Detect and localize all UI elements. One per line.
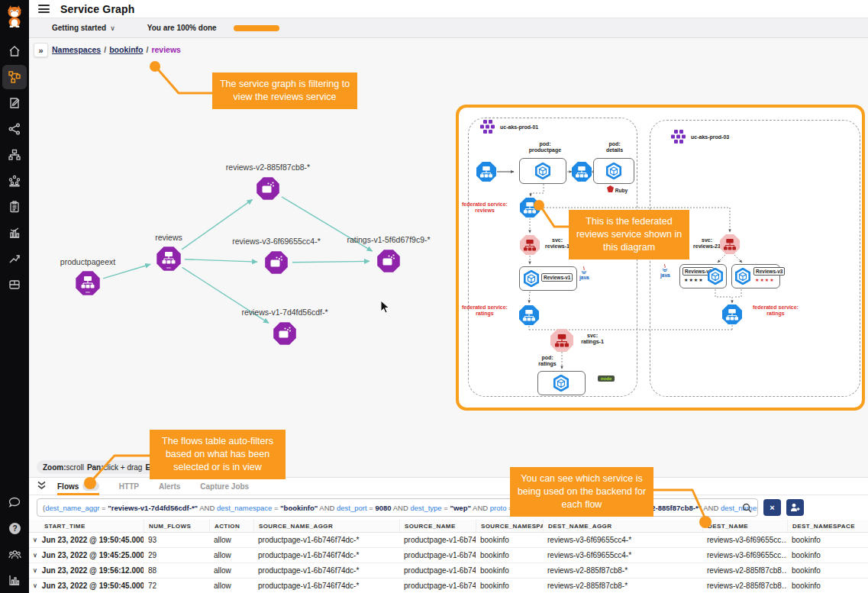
- policies-icon[interactable]: [2, 91, 27, 115]
- pod-icon: [605, 163, 622, 179]
- timeline-icon[interactable]: [2, 247, 27, 271]
- table-cell: allow: [209, 582, 253, 590]
- filter-row: (dest_name_aggr = "reviews-v1-7d4fd56cdf…: [29, 495, 868, 520]
- endpoints-icon[interactable]: [2, 143, 27, 167]
- pod-icon: [553, 375, 570, 392]
- page-title: Service Graph: [60, 3, 135, 15]
- title-bar: Service Graph: [29, 0, 868, 18]
- clear-filter-button[interactable]: ×: [763, 499, 781, 516]
- graph-node-label: reviews: [155, 233, 182, 242]
- federated-reviews-label: federated service:reviews: [460, 201, 509, 214]
- graph-node-reviews-v3[interactable]: [265, 251, 288, 274]
- table-cell: bookinfo: [476, 536, 543, 544]
- help-icon[interactable]: ?: [2, 516, 27, 540]
- graph-edge: [185, 259, 257, 262]
- tab-alerts[interactable]: Alerts: [159, 478, 180, 495]
- column-header-dest_name_aggr[interactable]: DEST_NAME_AGGR: [543, 520, 702, 532]
- graph-node-productpageext[interactable]: svc: [76, 271, 99, 295]
- metrics-icon[interactable]: [2, 568, 27, 592]
- table-cell: productpage-v1-6b746…: [399, 551, 476, 559]
- table-cell: productpage-v1-6b746…: [399, 536, 476, 544]
- table-cell: productpage-v1-6b746f74dc-*: [253, 582, 399, 590]
- collapse-panel-icon[interactable]: [37, 479, 47, 493]
- network-paths-icon[interactable]: [2, 117, 27, 141]
- table-cell: 29: [144, 551, 209, 559]
- activity-icon[interactable]: [2, 221, 27, 245]
- table-cell: bookinfo: [476, 566, 543, 575]
- column-header-source_name_aggr[interactable]: SOURCE_NAME_AGGR: [253, 520, 399, 532]
- chat-icon[interactable]: [2, 490, 27, 514]
- search-icon[interactable]: [742, 503, 752, 513]
- service-graph-canvas[interactable]: » Namespaces/bookinfo/reviews svcproduct…: [29, 38, 868, 477]
- cluster-icon: [480, 120, 497, 134]
- graph-edge: [103, 264, 150, 279]
- table-cell: productpage-v1-6b746f74dc-*: [253, 566, 399, 575]
- callout-backend-service: You can see which service is being used …: [510, 467, 653, 517]
- compliance-icon[interactable]: [2, 195, 27, 219]
- table-row[interactable]: ∨Jun 23, 2022 @ 19:56:12.00088allowprodu…: [29, 563, 868, 578]
- progress-text: You are 100% done: [147, 24, 217, 32]
- graph-node-reviews-v2[interactable]: [257, 177, 279, 200]
- home-icon[interactable]: [2, 39, 27, 63]
- table-cell: ∨Jun 23, 2022 @ 19:50:45.000: [29, 582, 144, 590]
- graph-node-reviews[interactable]: svc: [156, 247, 180, 270]
- chevron-down-icon[interactable]: ∨: [110, 24, 115, 32]
- svc-ratings-1-icon: [550, 329, 573, 352]
- table-cell: allow: [209, 536, 253, 544]
- table-cell: reviews-v3-6f69655cc4-*: [543, 536, 702, 544]
- pod-details-label: pod:details: [593, 141, 636, 154]
- table-row[interactable]: ∨Jun 23, 2022 @ 19:45:25.00029allowprodu…: [29, 548, 868, 563]
- pod-icon: [734, 268, 751, 285]
- manager-icon[interactable]: [2, 272, 27, 297]
- reviews-v3-tag: Reviews-v3: [753, 267, 785, 276]
- getting-started-label[interactable]: Getting started: [52, 24, 106, 32]
- row-expand-icon[interactable]: ∨: [33, 552, 37, 559]
- table-cell: bookinfo: [476, 582, 543, 590]
- tab-http[interactable]: HTTP: [119, 478, 139, 495]
- cluster-icon: [671, 130, 688, 144]
- tab-capture-jobs[interactable]: Capture Jobs: [200, 478, 249, 495]
- flows-panel: Flows20HTTPAlertsCapture Jobs (dest_name…: [29, 477, 868, 593]
- graph-node-reviews-v1[interactable]: [273, 322, 296, 345]
- getting-started-bar: Getting started ∨ You are 100% done: [29, 18, 868, 38]
- column-header-source_name[interactable]: SOURCE_NAME: [399, 520, 476, 532]
- table-cell: reviews-v2-885f87cb8…: [702, 582, 787, 590]
- cluster-name: uc-aks-prod-03: [691, 134, 729, 140]
- menu-icon[interactable]: [38, 5, 50, 13]
- column-header-action[interactable]: ACTION: [209, 520, 253, 532]
- user-filter-button[interactable]: [786, 499, 804, 516]
- pod-icon: [707, 268, 724, 285]
- graph-edge: [292, 261, 369, 262]
- svg-text:svc: svc: [86, 290, 90, 294]
- pod-icon: [523, 270, 540, 287]
- column-header-dest_namespace[interactable]: DEST_NAMESPACE: [787, 520, 868, 532]
- svc-reviews-1-icon: [520, 235, 540, 255]
- panel-tabbar: Flows20HTTPAlertsCapture Jobs: [29, 478, 868, 495]
- tab-flows[interactable]: Flows20: [57, 478, 99, 495]
- row-expand-icon[interactable]: ∨: [33, 537, 37, 543]
- column-header-num_flows[interactable]: NUM_FLOWS: [144, 520, 209, 532]
- table-row[interactable]: ∨Jun 23, 2022 @ 19:50:45.00072allowprodu…: [29, 578, 868, 593]
- java-logo: java: [660, 264, 670, 278]
- row-expand-icon[interactable]: ∨: [33, 567, 37, 574]
- mouse-cursor: [380, 300, 391, 314]
- table-row[interactable]: ∨Jun 23, 2022 @ 19:50:45.00093allowprodu…: [29, 533, 868, 548]
- graph-node-ratings-v1[interactable]: [377, 250, 400, 272]
- clusters-icon[interactable]: [2, 169, 27, 193]
- table-cell: ∨Jun 23, 2022 @ 19:50:45.000: [29, 536, 144, 544]
- svg-text:?: ?: [12, 524, 17, 533]
- table-cell: 88: [144, 566, 209, 575]
- row-expand-icon[interactable]: ∨: [33, 582, 37, 589]
- column-header-start_time[interactable]: START_TIME: [29, 520, 144, 532]
- progress-bar: [234, 25, 279, 31]
- service-graph-icon[interactable]: [2, 65, 27, 89]
- flows-table: START_TIMENUM_FLOWSACTIONSOURCE_NAME_AGG…: [29, 520, 868, 593]
- column-header-dest_name[interactable]: DEST_NAME: [702, 520, 787, 532]
- ruby-logo: Ruby: [607, 185, 628, 193]
- column-header-source_namespace[interactable]: SOURCE_NAMESPACE: [476, 520, 543, 532]
- table-cell: bookinfo: [787, 566, 868, 575]
- callout-graph-filter: The service graph is filtering to view t…: [212, 73, 357, 109]
- table-cell: bookinfo: [787, 582, 868, 590]
- users-icon[interactable]: [2, 542, 27, 566]
- graph-node-label: productpageext: [60, 257, 115, 266]
